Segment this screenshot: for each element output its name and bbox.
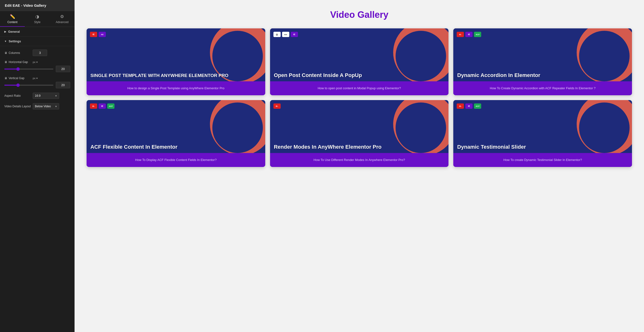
card-badges-3: IE- IE ACF — [457, 32, 481, 37]
card-badges-1: IE AE — [90, 32, 106, 37]
video-card-2-top: ◎ eoe IE Open Post Content Inside A PopU… — [270, 28, 449, 81]
card-badges-6: IE- IE ACF — [457, 103, 481, 109]
vertical-gap-thumb[interactable] — [16, 84, 20, 87]
card-description-2: How to open post content in Modal Popup … — [270, 81, 449, 95]
sidebar: Edit EAE - Video Gallery ✏️ Content ◑ St… — [0, 0, 74, 332]
badge-ie3b: IE — [465, 32, 472, 37]
badge-acf4: ACF — [107, 103, 114, 109]
badge-ie5: IE- — [274, 103, 281, 109]
settings-arrow-icon: ▼ — [4, 40, 7, 43]
badge-ie6b: IE — [465, 103, 472, 109]
settings-section-label: Settings — [9, 40, 21, 43]
vertical-gap-fill — [4, 85, 18, 86]
badge-ie: IE — [90, 32, 97, 37]
advanced-icon: ⚙ — [60, 14, 64, 19]
badge-acf3: ACF — [474, 32, 481, 37]
video-grid: IE AE SINGLE POST TEMPLATE WITH ANYWHERE… — [86, 28, 632, 167]
vertical-gap-label-row: 🖥 Vertical Gap px ▾ — [4, 77, 70, 80]
video-card-3[interactable]: IE- IE ACF Dynamic Accordion In Elemento… — [453, 28, 632, 95]
video-card-6-top: IE- IE ACF Dynamic Testimonial Slider — [453, 100, 632, 153]
card-description-3: How To Create Dynamic Accordion with ACF… — [453, 81, 632, 95]
columns-row: 🖥 Columns — [4, 50, 70, 56]
monitor-icon-h: 🖥 — [4, 60, 7, 64]
content-icon: ✏️ — [10, 14, 15, 19]
horizontal-gap-unit: px ▾ — [33, 61, 38, 64]
horizontal-gap-label-row: 🖥 Horizontal Gap px ▾ — [4, 60, 70, 64]
general-section-label: General — [8, 30, 20, 34]
monitor-icon-v: 🖥 — [4, 77, 7, 80]
horizontal-gap-label: 🖥 Horizontal Gap — [4, 60, 31, 64]
vertical-gap-label: 🖥 Vertical Gap — [4, 77, 31, 80]
video-card-4[interactable]: IE- IE ACF ACF Flexible Content In Eleme… — [86, 100, 265, 167]
card-description-4: How To Display ACF Flexible Content Fiel… — [86, 153, 265, 167]
card-description-1: How to design a Single Post Template usi… — [86, 81, 265, 95]
card-title-3: Dynamic Accordion In Elementor — [453, 69, 632, 82]
video-details-layout-select[interactable]: Below Video Overlay None — [33, 103, 59, 110]
style-icon: ◑ — [35, 14, 39, 19]
video-card-4-top: IE- IE ACF ACF Flexible Content In Eleme… — [86, 100, 265, 153]
tab-style-label: Style — [34, 21, 41, 24]
card-title-4: ACF Flexible Content In Elementor — [86, 140, 265, 153]
tab-advanced[interactable]: ⚙ Advanced — [50, 11, 74, 27]
card-title-5: Render Modes In AnyWhere Elementor Pro — [270, 140, 449, 153]
video-card-1-top: IE AE SINGLE POST TEMPLATE WITH ANYWHERE… — [86, 28, 265, 81]
video-card-1[interactable]: IE AE SINGLE POST TEMPLATE WITH ANYWHERE… — [86, 28, 265, 95]
badge-ae: AE — [98, 32, 106, 37]
sidebar-title: Edit EAE - Video Gallery — [0, 0, 74, 11]
aspect-ratio-select-wrapper: 16:9 4:3 1:1 9:16 ▼ — [33, 93, 59, 99]
columns-label: 🖥 Columns — [4, 51, 31, 55]
badge-ie3a: IE- — [457, 32, 464, 37]
card-badges-4: IE- IE ACF — [90, 103, 114, 109]
card-badges-2: ◎ eoe IE — [274, 32, 298, 37]
tab-advanced-label: Advanced — [56, 21, 68, 24]
horizontal-gap-row: 🖥 Horizontal Gap px ▾ — [4, 60, 70, 72]
main-content: Video Gallery IE AE SINGLE POST TEMPLATE… — [74, 0, 644, 332]
video-details-layout-row: Video Details Layout Below Video Overlay… — [4, 103, 70, 110]
vertical-gap-row: 🖥 Vertical Gap px ▾ — [4, 77, 70, 88]
video-card-3-top: IE- IE ACF Dynamic Accordion In Elemento… — [453, 28, 632, 81]
badge-ie4a: IE- — [90, 103, 97, 109]
horizontal-gap-slider[interactable] — [4, 69, 54, 70]
badge-eoe: eoe — [282, 32, 289, 37]
aspect-ratio-row: Aspect Ratio 16:9 4:3 1:1 9:16 ▼ — [4, 93, 70, 99]
horizontal-gap-input[interactable] — [56, 66, 70, 72]
card-title-1: SINGLE POST TEMPLATE WITH ANYWHERE ELEME… — [86, 69, 265, 81]
tab-content[interactable]: ✏️ Content — [0, 11, 25, 27]
general-arrow-icon: ▶ — [4, 30, 6, 33]
horizontal-gap-thumb[interactable] — [16, 67, 20, 71]
card-title-2: Open Post Content Inside A PopUp — [270, 69, 449, 82]
vertical-gap-controls — [4, 82, 70, 88]
video-card-6[interactable]: IE- IE ACF Dynamic Testimonial Slider Ho… — [453, 100, 632, 167]
vertical-gap-slider[interactable] — [4, 85, 54, 86]
settings-body: 🖥 Columns 🖥 Horizontal Gap px ▾ — [0, 46, 74, 117]
monitor-icon: 🖥 — [4, 51, 7, 55]
video-details-layout-label: Video Details Layout — [4, 105, 31, 108]
video-card-5[interactable]: IE- Render Modes In AnyWhere Elementor P… — [270, 100, 449, 167]
columns-input[interactable] — [33, 50, 47, 56]
tabs-row: ✏️ Content ◑ Style ⚙ Advanced — [0, 11, 74, 27]
aspect-ratio-select[interactable]: 16:9 4:3 1:1 9:16 — [33, 93, 59, 99]
badge-ie6a: IE- — [457, 103, 464, 109]
tab-style[interactable]: ◑ Style — [25, 11, 50, 27]
badge-ie2: IE — [291, 32, 298, 37]
horizontal-gap-controls — [4, 66, 70, 72]
vertical-gap-unit: px ▾ — [33, 77, 38, 80]
card-badges-5: IE- — [274, 103, 281, 109]
horizontal-gap-fill — [4, 69, 18, 70]
video-card-5-top: IE- Render Modes In AnyWhere Elementor P… — [270, 100, 449, 153]
settings-section-header[interactable]: ▼ Settings — [0, 37, 74, 46]
video-details-layout-select-wrapper: Below Video Overlay None ▼ — [33, 103, 59, 110]
page-title: Video Gallery — [86, 10, 632, 20]
video-card-2[interactable]: ◎ eoe IE Open Post Content Inside A PopU… — [270, 28, 449, 95]
card-title-6: Dynamic Testimonial Slider — [453, 140, 632, 153]
vertical-gap-input[interactable] — [56, 82, 70, 88]
card-description-6: How To create Dynamic Testimonial Slider… — [453, 153, 632, 167]
aspect-ratio-label: Aspect Ratio — [4, 94, 31, 97]
badge-circle: ◎ — [274, 32, 281, 37]
badge-ie4b: IE — [98, 103, 106, 109]
badge-acf6: ACF — [474, 103, 481, 109]
tab-content-label: Content — [8, 21, 18, 24]
card-description-5: How To Use Different Render Modes In Any… — [270, 153, 449, 167]
general-section-header[interactable]: ▶ General — [0, 27, 74, 37]
